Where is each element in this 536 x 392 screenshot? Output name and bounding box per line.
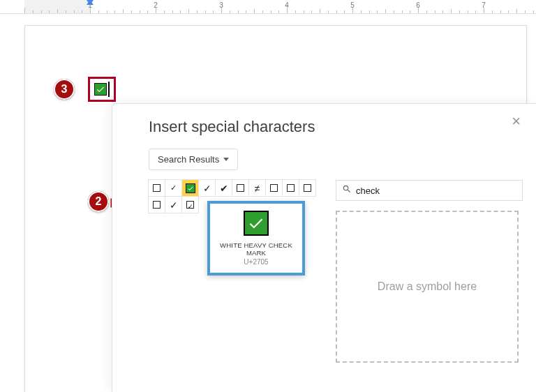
inserted-checkmark-glyph: [94, 83, 107, 96]
dialog-title: Insert special characters: [149, 118, 536, 136]
character-search[interactable]: [336, 180, 523, 201]
draw-symbol-placeholder: Draw a symbol here: [378, 280, 477, 293]
category-dropdown-label: Search Results: [158, 154, 219, 165]
char-cell[interactable]: ≠: [248, 179, 266, 197]
char-cell[interactable]: ✔: [215, 179, 232, 197]
character-tooltip: WHITE HEAVY CHECK MARK U+2705: [207, 201, 305, 276]
category-dropdown[interactable]: Search Results: [149, 149, 238, 170]
char-cell[interactable]: ✓: [198, 179, 216, 197]
search-icon: [342, 184, 352, 197]
ruler: 1234567: [0, 0, 536, 14]
annotation-badge-2: 2: [88, 191, 109, 212]
char-cell[interactable]: [265, 179, 283, 197]
tooltip-char-name: WHITE HEAVY CHECK MARK: [214, 241, 298, 257]
character-search-input[interactable]: [356, 186, 516, 196]
char-cell[interactable]: [148, 179, 165, 197]
annotation-box-3: [88, 77, 116, 102]
char-cell[interactable]: [232, 179, 249, 197]
char-cell[interactable]: [282, 179, 299, 197]
insert-special-characters-dialog: × Insert special characters Search Resul…: [112, 103, 536, 392]
char-cell[interactable]: ✓: [165, 179, 182, 197]
annotation-badge-3: 3: [54, 79, 75, 100]
char-cell[interactable]: [181, 179, 199, 197]
char-cell[interactable]: [299, 179, 316, 197]
tooltip-glyph-icon: [244, 211, 269, 236]
close-icon[interactable]: ×: [512, 114, 521, 129]
tooltip-char-code: U+2705: [214, 258, 298, 266]
char-cell[interactable]: [181, 196, 199, 213]
char-cell[interactable]: ✓: [165, 196, 182, 213]
chevron-down-icon: [223, 158, 229, 161]
character-grid: ✓✓✔≠✓ WHITE HEAVY CHECK MARK U+2705: [149, 180, 323, 213]
text-cursor: [108, 82, 110, 97]
draw-symbol-area[interactable]: Draw a symbol here: [336, 211, 519, 363]
char-cell[interactable]: [148, 196, 165, 213]
